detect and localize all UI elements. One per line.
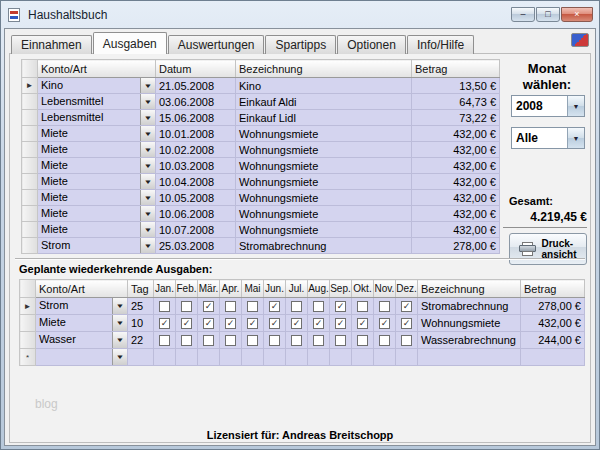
betrag-cell[interactable]: 432,00 € [412, 126, 500, 142]
datum-cell[interactable]: 15.06.2008 [156, 110, 236, 126]
konto-cell[interactable]: Miete▼ [38, 174, 156, 190]
column-header-jan[interactable]: Jan. [154, 280, 176, 298]
column-header-mai[interactable]: Mai [242, 280, 264, 298]
month-checkbox-okt[interactable] [357, 301, 368, 312]
month-checkbox-cell[interactable] [198, 349, 220, 366]
column-header-okt[interactable]: Okt. [352, 280, 374, 298]
column-header-jul[interactable]: Jul. [286, 280, 308, 298]
month-filter-select[interactable]: Alle ▼ [511, 127, 585, 149]
month-checkbox-dez[interactable] [401, 335, 412, 346]
dropdown-button[interactable]: ▼ [140, 238, 155, 253]
row-header[interactable] [20, 332, 36, 349]
konto-cell[interactable]: Miete▼ [38, 142, 156, 158]
close-button[interactable]: × [561, 7, 593, 22]
tag-cell[interactable] [128, 349, 154, 366]
bezeichnung-cell[interactable]: Stromabrechnung [236, 238, 412, 254]
month-checkbox-nov[interactable] [379, 301, 390, 312]
month-checkbox-mai[interactable] [247, 301, 258, 312]
row-header[interactable] [20, 315, 36, 332]
minimize-button[interactable]: – [511, 7, 535, 22]
month-checkbox-dez[interactable]: ✓ [401, 301, 412, 312]
bezeichnung-cell[interactable]: Einkauf Lidl [236, 110, 412, 126]
betrag-cell[interactable]: 278,00 € [412, 238, 500, 254]
month-checkbox-cell[interactable] [220, 349, 242, 366]
datum-cell[interactable]: 10.01.2008 [156, 126, 236, 142]
month-checkbox-jun[interactable]: ✓ [269, 318, 280, 329]
datum-cell[interactable]: 03.06.2008 [156, 94, 236, 110]
konto-cell[interactable]: Miete▼ [38, 158, 156, 174]
bezeichnung-cell[interactable]: Kino [236, 78, 412, 94]
tag-cell[interactable]: 25 [128, 298, 154, 315]
column-header-nov[interactable]: Nov. [374, 280, 396, 298]
month-checkbox-feb[interactable]: ✓ [181, 318, 192, 329]
month-checkbox-apr[interactable] [225, 301, 236, 312]
month-checkbox-mär[interactable] [203, 335, 214, 346]
betrag-cell[interactable]: 432,00 € [412, 190, 500, 206]
dropdown-button[interactable]: ▼ [140, 142, 155, 157]
column-header-betrag[interactable]: Betrag [521, 280, 585, 298]
month-checkbox-cell[interactable] [374, 349, 396, 366]
bezeichnung-cell[interactable]: Wohnungsmiete [236, 142, 412, 158]
month-checkbox-sep[interactable] [335, 335, 346, 346]
row-header[interactable] [22, 190, 38, 206]
month-checkbox-jan[interactable] [159, 301, 170, 312]
row-header[interactable] [22, 110, 38, 126]
datum-cell[interactable]: 10.05.2008 [156, 190, 236, 206]
datum-cell[interactable]: 10.02.2008 [156, 142, 236, 158]
column-header-jun[interactable]: Jun. [264, 280, 286, 298]
column-header-mär[interactable]: Mär. [198, 280, 220, 298]
bezeichnung-cell[interactable]: Wohnungsmiete [236, 126, 412, 142]
tag-cell[interactable]: 10 [128, 315, 154, 332]
dropdown-button[interactable]: ▼ [140, 126, 155, 141]
month-checkbox-apr[interactable]: ✓ [225, 318, 236, 329]
month-checkbox-okt[interactable]: ✓ [357, 318, 368, 329]
datum-cell[interactable]: 10.06.2008 [156, 206, 236, 222]
title-bar[interactable]: Haushaltsbuch – □ × [1, 1, 599, 28]
month-checkbox-aug[interactable] [313, 335, 324, 346]
konto-cell[interactable]: Miete▼ [38, 222, 156, 238]
konto-cell[interactable]: Miete▼ [36, 315, 128, 332]
betrag-cell[interactable] [521, 349, 585, 366]
column-header-datum[interactable]: Datum [156, 60, 236, 78]
betrag-cell[interactable]: 432,00 € [412, 206, 500, 222]
month-checkbox-jul[interactable] [291, 301, 302, 312]
betrag-cell[interactable]: 432,00 € [412, 222, 500, 238]
month-checkbox-jul[interactable] [291, 335, 302, 346]
month-checkbox-aug[interactable]: ✓ [313, 318, 324, 329]
month-checkbox-mär[interactable]: ✓ [203, 301, 214, 312]
month-filter-dropdown-button[interactable]: ▼ [567, 128, 584, 148]
bezeichnung-cell[interactable]: Wohnungsmiete [236, 222, 412, 238]
tab-auswertungen[interactable]: Auswertungen [168, 35, 265, 54]
dropdown-button[interactable]: ▼ [112, 349, 127, 365]
tab-einnahmen[interactable]: Einnahmen [11, 35, 92, 54]
month-checkbox-okt[interactable] [357, 335, 368, 346]
konto-cell[interactable]: ▼ [36, 349, 128, 366]
row-header[interactable] [22, 142, 38, 158]
konto-cell[interactable]: Miete▼ [38, 190, 156, 206]
betrag-cell[interactable]: 73,22 € [412, 110, 500, 126]
month-checkbox-mär[interactable]: ✓ [203, 318, 214, 329]
language-flag-icon[interactable] [571, 33, 589, 47]
konto-cell[interactable]: Wasser▼ [36, 332, 128, 349]
dropdown-button[interactable]: ▼ [112, 315, 127, 331]
column-header-konto-art[interactable]: Konto/Art [38, 60, 156, 78]
row-header[interactable] [22, 238, 38, 254]
column-header-bezeichnung[interactable]: Bezeichnung [418, 280, 521, 298]
konto-cell[interactable]: Lebensmittel▼ [38, 94, 156, 110]
month-checkbox-feb[interactable] [181, 335, 192, 346]
betrag-cell[interactable]: 432,00 € [412, 174, 500, 190]
tab-ausgaben[interactable]: Ausgaben [93, 32, 167, 54]
print-preview-button[interactable]: Druck- ansicht [509, 233, 587, 265]
bezeichnung-cell[interactable]: Stromabrechnung [418, 298, 521, 315]
maximize-button[interactable]: □ [536, 7, 560, 22]
bezeichnung-cell[interactable] [418, 349, 521, 366]
datum-cell[interactable]: 10.03.2008 [156, 158, 236, 174]
column-header-betrag[interactable]: Betrag [412, 60, 500, 78]
month-checkbox-cell[interactable] [264, 349, 286, 366]
betrag-cell[interactable]: 432,00 € [521, 315, 585, 332]
betrag-cell[interactable]: 13,50 € [412, 78, 500, 94]
tag-cell[interactable]: 22 [128, 332, 154, 349]
new-row-marker[interactable]: * [20, 349, 36, 366]
row-header[interactable] [22, 206, 38, 222]
month-checkbox-dez[interactable]: ✓ [401, 318, 412, 329]
